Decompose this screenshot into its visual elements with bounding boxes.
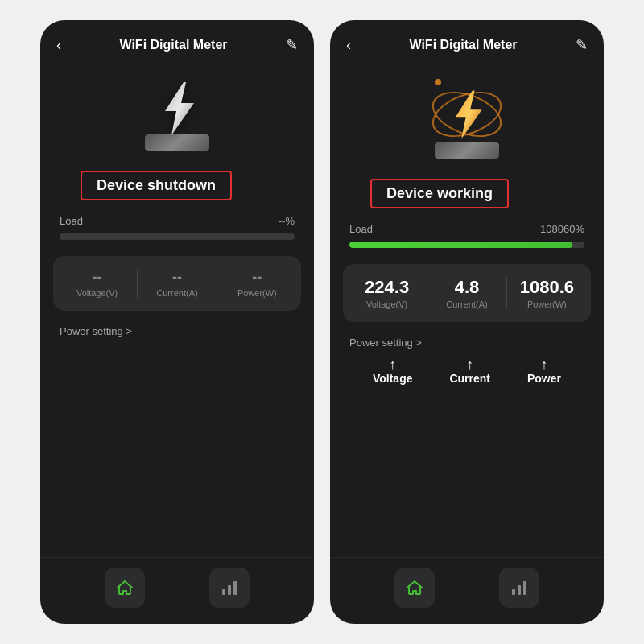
left-edit-button[interactable]: ✎ [286,36,298,54]
right-bottom-nav [330,557,604,624]
working-platform [435,142,499,159]
right-metrics-card: 224.3 Voltage(V) 4.8 Current(A) 1080.6 P… [343,264,591,322]
right-title: WiFi Digital Meter [409,38,517,52]
shutdown-lightning-icon [155,80,200,140]
left-header: ‹ WiFi Digital Meter ✎ [40,20,314,62]
left-status-badge: Device shutdown [80,171,232,200]
left-load-section: Load --% [40,200,314,246]
left-phone-card: ‹ WiFi Digital Meter ✎ [40,20,314,624]
left-voltage-label: Voltage(V) [76,288,118,298]
right-device-image [330,62,604,167]
right-progress-bg [349,242,584,248]
working-orbit [427,82,507,147]
right-current-label: Current(A) [446,299,487,309]
voltage-arrow-icon: ↑ [389,357,396,372]
svg-marker-4 [456,90,482,138]
left-current-item: -- Current(A) [145,269,209,298]
right-chart-button[interactable] [499,568,539,608]
right-voltage-value: 224.3 [365,277,409,298]
left-progress-bg [60,233,295,240]
svg-marker-0 [165,82,194,135]
right-power-value: 1080.6 [520,277,574,298]
left-chart-button[interactable] [209,568,250,608]
right-voltage-label: Voltage(V) [366,299,407,309]
left-metrics-card: -- Voltage(V) -- Current(A) -- Power(W) [53,256,301,311]
left-home-button[interactable] [105,568,145,608]
power-annotation-label: Power [527,372,561,385]
svg-rect-3 [233,581,237,595]
right-metrics-row: 224.3 Voltage(V) 4.8 Current(A) 1080.6 P… [351,277,583,309]
current-annotation: ↑ Current [449,357,490,385]
left-power-setting-text[interactable]: Power setting > [60,325,132,337]
voltage-annotation-label: Voltage [373,372,413,385]
right-divider-1 [427,277,427,309]
right-power-setting-text[interactable]: Power setting > [349,336,422,349]
right-bolt-icon [427,78,507,159]
right-status-badge: Device working [370,179,509,208]
right-power-label: Power(W) [527,299,567,309]
right-home-button[interactable] [394,568,435,608]
left-status-badge-wrapper: Device shutdown [40,159,314,200]
left-device-image [40,62,314,159]
current-annotation-label: Current [449,372,490,385]
right-power-setting[interactable]: Power setting > [330,332,604,349]
right-header: ‹ WiFi Digital Meter ✎ [330,20,604,62]
power-arrow-icon: ↑ [540,357,547,372]
right-load-label: Load [349,223,373,235]
left-power-label: Power(W) [237,288,277,298]
left-load-value: --% [279,215,295,227]
left-current-label: Current(A) [156,288,197,298]
left-voltage-value: -- [93,269,102,287]
right-status-text: Device working [386,185,493,201]
left-title: WiFi Digital Meter [119,38,227,52]
left-power-setting[interactable]: Power setting > [40,320,314,338]
left-divider-1 [137,269,138,298]
right-load-value: 108060% [540,223,584,235]
right-load-section: Load 108060% [330,208,604,254]
left-load-label: Load [60,215,83,227]
right-progress-fill [349,242,572,248]
right-phone-card: ‹ WiFi Digital Meter ✎ [330,20,604,624]
annotations-row: ↑ Voltage ↑ Current ↑ Power [330,349,604,385]
left-metrics-row: -- Voltage(V) -- Current(A) -- Power(W) [61,269,293,298]
orbit-dot-1 [435,79,441,85]
left-bolt-icon [141,78,213,151]
right-current-item: 4.8 Current(A) [435,277,499,309]
svg-rect-7 [523,581,526,595]
left-current-value: -- [172,269,182,287]
right-current-value: 4.8 [455,277,480,298]
left-divider-2 [217,269,217,298]
svg-rect-6 [518,585,521,595]
right-edit-button[interactable]: ✎ [576,36,588,54]
current-arrow-icon: ↑ [466,357,473,372]
left-back-button[interactable]: ‹ [56,37,61,54]
power-annotation: ↑ Power [527,357,561,385]
left-power-item: -- Power(W) [225,269,289,298]
left-power-value: -- [252,269,262,287]
left-bottom-nav [40,557,314,624]
svg-rect-1 [222,589,225,595]
right-power-item: 1080.6 Power(W) [514,277,579,309]
right-voltage-item: 224.3 Voltage(V) [355,277,419,309]
svg-rect-2 [228,585,231,595]
right-divider-2 [506,277,507,309]
voltage-annotation: ↑ Voltage [373,357,413,385]
right-back-button[interactable]: ‹ [346,37,351,54]
right-status-badge-wrapper: Device working [330,167,604,208]
left-voltage-item: -- Voltage(V) [65,269,130,298]
svg-rect-5 [512,589,515,595]
left-status-text: Device shutdown [97,177,216,193]
